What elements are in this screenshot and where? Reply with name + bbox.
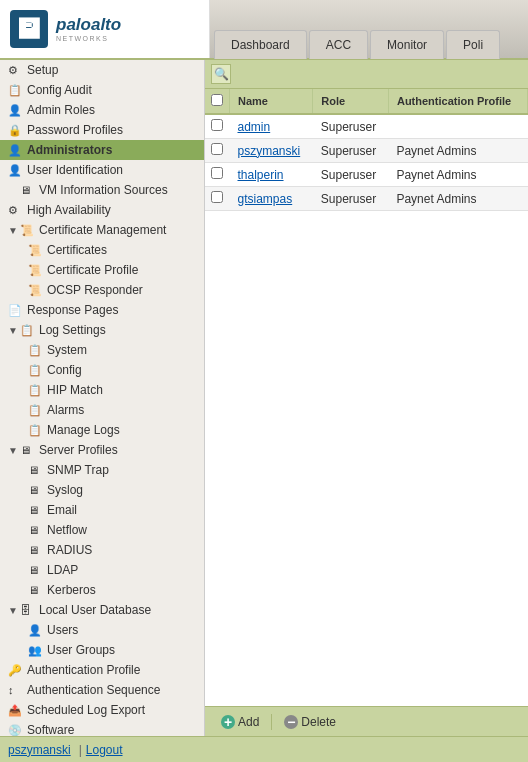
row-name[interactable]: admin — [230, 114, 313, 139]
sidebar-item-email[interactable]: 🖥 Email — [0, 500, 204, 520]
sidebar-item-administrators[interactable]: 👤 Administrators — [0, 140, 204, 160]
sidebar-item-hip-match[interactable]: 📋 HIP Match — [0, 380, 204, 400]
sidebar-item-cert-profile[interactable]: 📜 Certificate Profile — [0, 260, 204, 280]
sidebar-item-auth-sequence[interactable]: ↕ Authentication Sequence — [0, 680, 204, 700]
server-profiles-icon: 🖥 — [20, 442, 36, 458]
config-audit-icon: 📋 — [8, 82, 24, 98]
row-checkbox[interactable] — [205, 187, 230, 211]
radius-icon: 🖥 — [28, 542, 44, 558]
table-row: thalperin Superuser Paynet Admins — [205, 163, 528, 187]
local-user-db-icon: 🗄 — [20, 602, 36, 618]
tree-arrow-cert: ▼ — [8, 225, 18, 236]
col-auth-profile-header: Authentication Profile — [388, 89, 527, 114]
administrators-icon: 👤 — [8, 142, 24, 158]
config-icon: 📋 — [28, 362, 44, 378]
sidebar-item-response-pages[interactable]: 📄 Response Pages — [0, 300, 204, 320]
sidebar-item-user-identification[interactable]: 👤 User Identification — [0, 160, 204, 180]
response-pages-icon: 📄 — [8, 302, 24, 318]
table-row: gtsiampas Superuser Paynet Admins — [205, 187, 528, 211]
user-id-icon: 👤 — [8, 162, 24, 178]
hip-match-icon: 📋 — [28, 382, 44, 398]
col-role-header: Role — [313, 89, 389, 114]
row-auth-profile — [388, 114, 527, 139]
logo-icon: 🅿 — [10, 10, 48, 48]
scheduled-log-icon: 📤 — [8, 702, 24, 718]
row-role: Superuser — [313, 114, 389, 139]
col-name-header: Name — [230, 89, 313, 114]
tab-poli[interactable]: Poli — [446, 30, 500, 59]
sidebar-item-auth-profile[interactable]: 🔑 Authentication Profile — [0, 660, 204, 680]
sidebar-item-system[interactable]: 📋 System — [0, 340, 204, 360]
alarms-icon: 📋 — [28, 402, 44, 418]
sidebar-item-radius[interactable]: 🖥 RADIUS — [0, 540, 204, 560]
sidebar-item-password-profiles[interactable]: 🔒 Password Profiles — [0, 120, 204, 140]
row-checkbox[interactable] — [205, 114, 230, 139]
tab-monitor[interactable]: Monitor — [370, 30, 444, 59]
search-button[interactable]: 🔍 — [211, 64, 231, 84]
content-area: 🔍 Name Role — [205, 60, 528, 736]
sidebar-item-syslog[interactable]: 🖥 Syslog — [0, 480, 204, 500]
sidebar-item-server-profiles[interactable]: ▼ 🖥 Server Profiles — [0, 440, 204, 460]
logout-link[interactable]: Logout — [86, 743, 123, 757]
sidebar-item-config[interactable]: 📋 Config — [0, 360, 204, 380]
cert-profile-icon: 📜 — [28, 262, 44, 278]
ocsp-icon: 📜 — [28, 282, 44, 298]
sidebar-item-high-availability[interactable]: ⚙ High Availability — [0, 200, 204, 220]
sidebar-item-setup[interactable]: ⚙ Setup — [0, 60, 204, 80]
row-name[interactable]: gtsiampas — [230, 187, 313, 211]
delete-icon: − — [284, 715, 298, 729]
syslog-icon: 🖥 — [28, 482, 44, 498]
tree-arrow-db: ▼ — [8, 605, 18, 616]
table-row: admin Superuser — [205, 114, 528, 139]
toolbar-separator — [271, 714, 272, 730]
row-role: Superuser — [313, 163, 389, 187]
tree-arrow-server: ▼ — [8, 445, 18, 456]
sidebar-item-log-settings[interactable]: ▼ 📋 Log Settings — [0, 320, 204, 340]
sidebar-item-local-user-db[interactable]: ▼ 🗄 Local User Database — [0, 600, 204, 620]
sidebar-item-netflow[interactable]: 🖥 Netflow — [0, 520, 204, 540]
add-button[interactable]: + Add — [213, 712, 267, 732]
sidebar-item-software[interactable]: 💿 Software — [0, 720, 204, 736]
tree-arrow-log: ▼ — [8, 325, 18, 336]
sidebar-item-kerberos[interactable]: 🖥 Kerberos — [0, 580, 204, 600]
select-all-checkbox[interactable] — [211, 94, 223, 106]
tab-dashboard[interactable]: Dashboard — [214, 30, 307, 59]
tab-acc[interactable]: ACC — [309, 30, 368, 59]
add-icon: + — [221, 715, 235, 729]
snmp-icon: 🖥 — [28, 462, 44, 478]
sidebar-item-vm-info[interactable]: 🖥 VM Information Sources — [0, 180, 204, 200]
certificates-icon: 📜 — [28, 242, 44, 258]
sidebar-item-cert-mgmt[interactable]: ▼ 📜 Certificate Management — [0, 220, 204, 240]
row-checkbox[interactable] — [205, 139, 230, 163]
brand-networks: NETWORKS — [56, 35, 121, 42]
sidebar-item-ldap[interactable]: 🖥 LDAP — [0, 560, 204, 580]
admin-roles-icon: 👤 — [8, 102, 24, 118]
sidebar-item-manage-logs[interactable]: 📋 Manage Logs — [0, 420, 204, 440]
col-checkbox — [205, 89, 230, 114]
sidebar-item-config-audit[interactable]: 📋 Config Audit — [0, 80, 204, 100]
row-auth-profile: Paynet Admins — [388, 187, 527, 211]
status-separator: | — [79, 743, 82, 757]
gear-icon: ⚙ — [8, 62, 24, 78]
sidebar-item-ocsp[interactable]: 📜 OCSP Responder — [0, 280, 204, 300]
sidebar-item-snmp[interactable]: 🖥 SNMP Trap — [0, 460, 204, 480]
logged-in-user[interactable]: pszymanski — [8, 743, 71, 757]
log-settings-icon: 📋 — [20, 322, 36, 338]
logo-brand: paloalto NETWORKS — [56, 16, 121, 42]
user-groups-icon: 👥 — [28, 642, 44, 658]
row-name[interactable]: pszymanski — [230, 139, 313, 163]
row-checkbox[interactable] — [205, 163, 230, 187]
sidebar-item-user-groups[interactable]: 👥 User Groups — [0, 640, 204, 660]
sidebar-item-users[interactable]: 👤 Users — [0, 620, 204, 640]
row-name[interactable]: thalperin — [230, 163, 313, 187]
sidebar-item-alarms[interactable]: 📋 Alarms — [0, 400, 204, 420]
sidebar-item-admin-roles[interactable]: 👤 Admin Roles — [0, 100, 204, 120]
delete-button[interactable]: − Delete — [276, 712, 344, 732]
sidebar-item-certificates[interactable]: 📜 Certificates — [0, 240, 204, 260]
bottom-toolbar: + Add − Delete — [205, 706, 528, 736]
system-icon: 📋 — [28, 342, 44, 358]
kerberos-icon: 🖥 — [28, 582, 44, 598]
software-icon: 💿 — [8, 722, 24, 736]
sidebar-item-scheduled-log-export[interactable]: 📤 Scheduled Log Export — [0, 700, 204, 720]
password-profiles-icon: 🔒 — [8, 122, 24, 138]
